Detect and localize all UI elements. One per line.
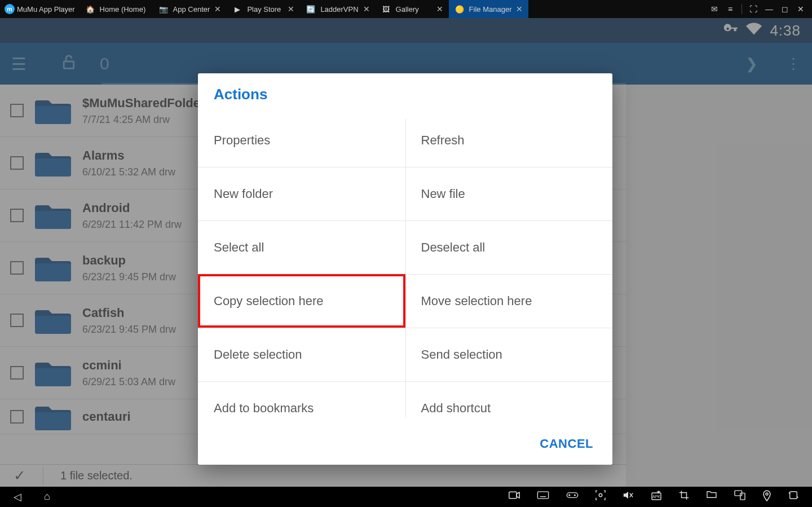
mumu-logo-icon: m bbox=[5, 4, 15, 14]
close-window-icon[interactable]: ✕ bbox=[796, 5, 805, 14]
window-controls: ✉ ≡ ⛶ — ◻ ✕ bbox=[703, 0, 812, 18]
minimize-icon[interactable]: — bbox=[765, 5, 774, 14]
tab-label: Gallery bbox=[396, 5, 419, 14]
dialog-body: PropertiesRefreshNew folderNew fileSelec… bbox=[198, 113, 612, 423]
menu-lines-icon[interactable]: ≡ bbox=[726, 5, 735, 14]
emulator-logo: m MuMu App Player bbox=[0, 0, 80, 18]
action-new-folder[interactable]: New folder bbox=[198, 167, 405, 221]
tab-close-icon[interactable]: ✕ bbox=[436, 5, 443, 14]
svg-point-21 bbox=[766, 493, 768, 495]
tab-label: File Manager bbox=[469, 5, 512, 14]
svg-rect-1 bbox=[509, 492, 517, 499]
tab-close-icon[interactable]: ✕ bbox=[214, 5, 221, 14]
svg-rect-2 bbox=[537, 491, 548, 498]
tab-laddervpn[interactable]: 🔄 LadderVPN ✕ bbox=[300, 0, 375, 18]
gamepad-icon[interactable] bbox=[566, 490, 579, 504]
tab-close-icon[interactable]: ✕ bbox=[516, 5, 523, 14]
svg-rect-22 bbox=[790, 491, 797, 499]
maximize-icon[interactable]: ◻ bbox=[780, 5, 789, 14]
action-refresh[interactable]: Refresh bbox=[405, 113, 613, 167]
location-nav-icon[interactable] bbox=[762, 490, 771, 504]
tab-file-manager[interactable]: 🟡 File Manager ✕ bbox=[449, 0, 529, 18]
action-copy-selection-here[interactable]: Copy selection here bbox=[198, 274, 405, 328]
back-nav-icon[interactable]: ◁ bbox=[14, 491, 21, 503]
fullscreen-icon[interactable]: ⛶ bbox=[749, 5, 758, 14]
devices-icon[interactable] bbox=[734, 490, 745, 504]
emulator-navbar: ◁ ⌂ APK bbox=[0, 487, 812, 507]
tab-label: Play Store bbox=[247, 5, 281, 14]
separator bbox=[742, 4, 742, 14]
folder-nav-icon[interactable] bbox=[706, 490, 717, 504]
rotate-icon[interactable] bbox=[788, 490, 798, 504]
dialog-title: Actions bbox=[198, 73, 612, 113]
cancel-button[interactable]: CANCEL bbox=[540, 437, 593, 451]
tab-icon: 🟡 bbox=[454, 4, 465, 14]
tab-app-center[interactable]: 📷 App Center ✕ bbox=[153, 0, 227, 18]
tab-icon: ▶ bbox=[232, 4, 242, 14]
tab-label: App Center bbox=[173, 5, 210, 14]
svg-point-9 bbox=[575, 495, 576, 496]
screenshot-icon[interactable] bbox=[595, 490, 606, 504]
tab-icon: 🔄 bbox=[306, 4, 316, 14]
home-nav-icon[interactable]: ⌂ bbox=[44, 491, 50, 503]
tab-icon: 📷 bbox=[158, 4, 169, 14]
action-select-all[interactable]: Select all bbox=[198, 221, 405, 274]
tab-label: Home (Home) bbox=[100, 5, 146, 14]
tab-icon: 🖼 bbox=[381, 4, 391, 14]
tab-play-store[interactable]: ▶ Play Store ✕ bbox=[227, 0, 300, 18]
tab-icon: 🏠 bbox=[85, 4, 95, 14]
action-properties[interactable]: Properties bbox=[198, 113, 405, 167]
emulator-title: MuMu App Player bbox=[17, 5, 75, 14]
mail-icon[interactable]: ✉ bbox=[710, 5, 719, 14]
tab-close-icon[interactable]: ✕ bbox=[363, 5, 370, 14]
crop-icon[interactable] bbox=[679, 490, 689, 504]
tab-home-home-[interactable]: 🏠 Home (Home) bbox=[80, 0, 153, 18]
action-move-selection-here[interactable]: Move selection here bbox=[405, 274, 613, 328]
volume-mute-icon[interactable] bbox=[623, 490, 634, 504]
record-icon[interactable] bbox=[509, 490, 520, 504]
tab-gallery[interactable]: 🖼 Gallery ✕ bbox=[376, 0, 449, 18]
tab-label: LadderVPN bbox=[320, 5, 358, 14]
action-deselect-all[interactable]: Deselect all bbox=[405, 221, 613, 274]
emulator-titlebar: m MuMu App Player 🏠 Home (Home) 📷 App Ce… bbox=[0, 0, 812, 18]
action-send-selection[interactable]: Send selection bbox=[405, 328, 613, 381]
actions-dialog: Actions PropertiesRefreshNew folderNew f… bbox=[198, 73, 612, 465]
action-delete-selection[interactable]: Delete selection bbox=[198, 328, 405, 381]
svg-point-12 bbox=[599, 493, 602, 496]
svg-rect-20 bbox=[740, 493, 745, 500]
action-new-file[interactable]: New file bbox=[405, 167, 613, 221]
dialog-footer: CANCEL bbox=[198, 423, 612, 465]
svg-text:APK: APK bbox=[652, 495, 660, 499]
action-add-shortcut[interactable]: Add shortcut bbox=[405, 381, 613, 423]
apk-install-icon[interactable]: APK bbox=[651, 490, 662, 504]
tab-close-icon[interactable]: ✕ bbox=[288, 5, 294, 14]
action-add-to-bookmarks[interactable]: Add to bookmarks bbox=[198, 381, 405, 423]
keyboard-icon[interactable] bbox=[537, 490, 549, 504]
